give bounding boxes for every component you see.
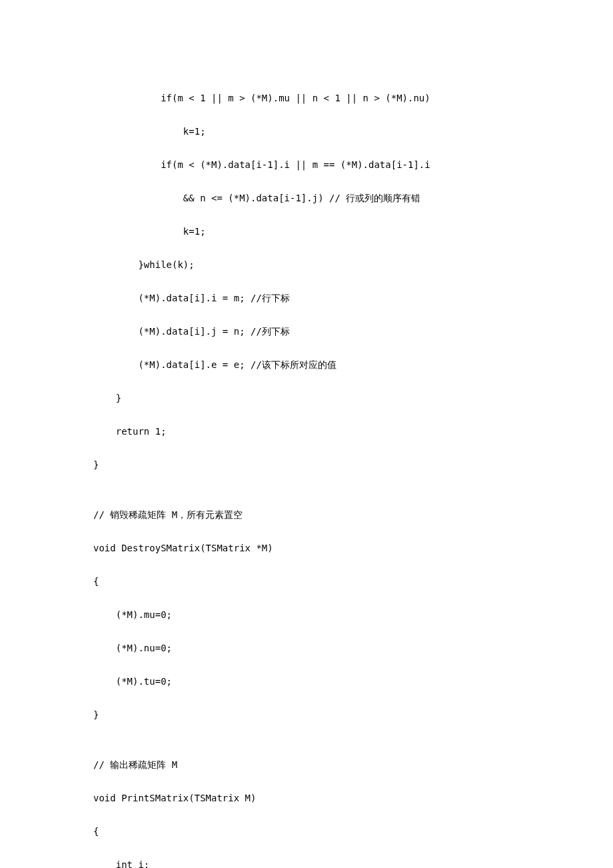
code-line: (*M).data[i].j = n; //列下标 bbox=[93, 323, 613, 340]
code-line: (*M).tu=0; bbox=[93, 673, 613, 690]
code-line: }while(k); bbox=[93, 257, 613, 273]
code-line: (*M).data[i].e = e; //该下标所对应的值 bbox=[93, 357, 613, 373]
code-line: // 销毁稀疏矩阵 M，所有元素置空 bbox=[93, 507, 613, 523]
code-line: if(m < (*M).data[i-1].i || m == (*M).dat… bbox=[93, 157, 613, 173]
code-line: } bbox=[93, 390, 613, 407]
code-line: int i; bbox=[93, 857, 613, 868]
code-line: } bbox=[93, 457, 613, 473]
code-line: k=1; bbox=[93, 123, 613, 140]
code-line: (*M).data[i].i = m; //行下标 bbox=[93, 290, 613, 307]
code-line: (*M).nu=0; bbox=[93, 640, 613, 657]
code-line: return 1; bbox=[93, 423, 613, 440]
code-line: { bbox=[93, 573, 613, 590]
code-line: // 输出稀疏矩阵 M bbox=[93, 757, 613, 773]
code-line: k=1; bbox=[93, 223, 613, 240]
code-document: if(m < 1 || m > (*M).mu || n < 1 || n > … bbox=[0, 0, 613, 868]
code-line: (*M).mu=0; bbox=[93, 607, 613, 623]
code-line: void PrintSMatrix(TSMatrix M) bbox=[93, 790, 613, 807]
code-line: if(m < 1 || m > (*M).mu || n < 1 || n > … bbox=[93, 90, 613, 107]
code-line: } bbox=[93, 707, 613, 723]
code-line: void DestroySMatrix(TSMatrix *M) bbox=[93, 540, 613, 557]
code-line: && n <= (*M).data[i-1].j) // 行或列的顺序有错 bbox=[93, 190, 613, 207]
code-line: { bbox=[93, 823, 613, 840]
